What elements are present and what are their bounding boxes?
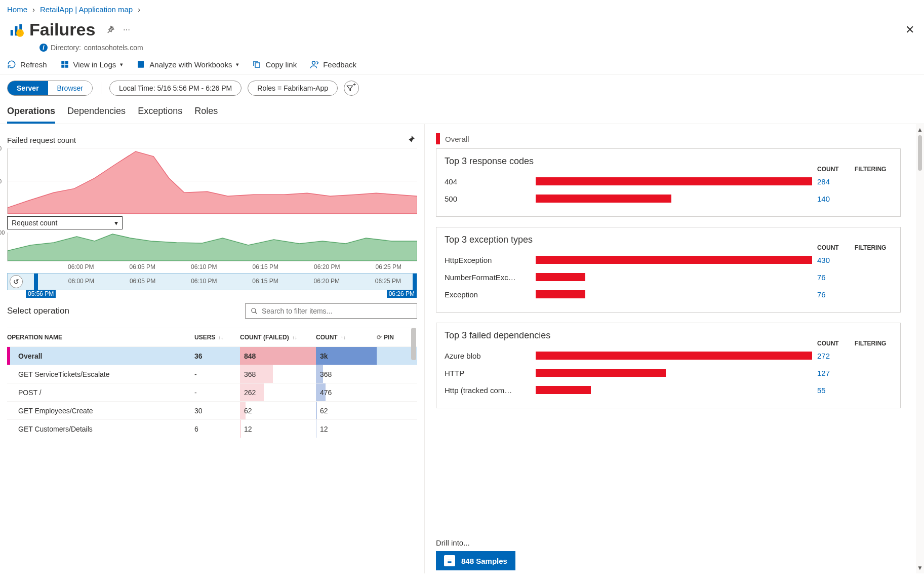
svg-rect-7 [61,65,64,68]
table-row[interactable]: GET Employees/Create306262 [7,401,417,419]
svg-rect-5 [61,61,64,64]
card-row[interactable]: Http (tracked com…55 [445,381,892,399]
row-users: 30 [194,407,240,415]
server-tab[interactable]: Server [8,81,48,95]
overall-label: Overall [445,135,469,143]
col-users[interactable]: USERS↑↓ [194,334,240,341]
row-count-link[interactable]: 140 [817,195,830,203]
row-failed: 262 [240,383,316,401]
table-row[interactable]: Overall368483k [7,346,417,365]
pin-icon[interactable] [104,24,116,36]
brush-start-label: 05:56 PM [26,290,56,298]
row-name: Overall [7,352,194,360]
summary-card: Top 3 exception typesCOUNTFILTERINGHttpE… [436,227,901,313]
time-range-pill[interactable]: Local Time: 5/16 5:56 PM - 6:26 PM [109,81,242,96]
svg-point-11 [312,61,315,64]
breadcrumb-app[interactable]: RetailApp | Application map [40,5,133,14]
count-header: COUNT [817,340,855,347]
server-browser-toggle[interactable]: Server Browser [7,81,93,96]
row-count-link[interactable]: 55 [817,386,826,395]
tab-dependencies[interactable]: Dependencies [67,106,126,124]
svg-point-14 [252,308,256,313]
row-name: POST / [7,389,194,397]
row-users: - [194,370,240,378]
col-failed[interactable]: COUNT (FAILED)↑↓ [240,334,316,341]
more-icon[interactable]: ⋯ [120,24,133,36]
select-operation-title: Select operation [7,306,69,316]
view-in-logs-button[interactable]: View in Logs▾ [60,60,124,69]
svg-rect-10 [255,63,260,67]
row-count-link[interactable]: 76 [817,290,826,299]
tab-roles[interactable]: Roles [194,106,218,124]
svg-rect-9 [138,61,144,68]
table-scrollbar[interactable] [410,328,416,438]
tab-exceptions[interactable]: Exceptions [138,106,182,124]
col-count[interactable]: COUNT↑↓ [316,334,377,341]
row-users: - [194,389,240,397]
row-count: 62 [316,402,377,419]
brush-start-handle[interactable] [34,274,38,290]
filter-icon[interactable]: + [344,81,359,96]
history-icon[interactable]: ↺ [10,275,23,288]
card-row[interactable]: NumberFormatExc…76 [445,268,892,286]
main-scrollbar[interactable]: ▲ ▼ [916,124,924,573]
row-count-link[interactable]: 272 [817,352,830,360]
feedback-button[interactable]: Feedback [310,60,356,69]
table-row[interactable]: POST /-262476 [7,383,417,401]
directory-value: contosohotels.com [84,44,143,52]
row-label: Http (tracked com… [445,386,536,395]
card-row[interactable]: HTTP127 [445,364,892,381]
row-failed: 12 [240,420,316,438]
time-brush[interactable]: ↺ 06:00 PM 06:05 PM 06:10 PM 06:15 PM 06… [7,273,417,290]
close-icon[interactable]: ✕ [903,23,917,37]
row-failed: 62 [240,402,316,419]
card-title: Top 3 exception types [445,235,533,245]
pin-chart-icon[interactable] [404,133,417,146]
analyze-workbooks-button[interactable]: Analyze with Workbooks▾ [136,60,239,69]
card-row[interactable]: Azure blob272 [445,347,892,364]
search-input[interactable] [245,303,417,319]
drill-title: Drill into... [436,538,901,547]
col-pin[interactable]: ⟳PIN [377,334,402,341]
table-row[interactable]: GET ServiceTickets/Escalate-368368 [7,365,417,383]
col-operation-name[interactable]: OPERATION NAME [7,334,194,341]
card-row[interactable]: Exception76 [445,286,892,303]
row-count-link[interactable]: 76 [817,273,826,282]
failures-icon: ! [7,21,25,39]
breadcrumb-home[interactable]: Home [7,5,27,14]
refresh-button[interactable]: Refresh [7,60,47,69]
row-label: Azure blob [445,352,536,360]
filtering-header: FILTERING [855,166,892,173]
card-row[interactable]: 404284 [445,173,892,190]
row-count-link[interactable]: 127 [817,369,830,377]
row-count: 3k [316,347,377,365]
page-title: Failures [29,20,95,40]
count-header: COUNT [817,166,855,173]
roles-filter-pill[interactable]: Roles = Fabrikam-App [248,81,338,96]
search-icon [251,307,258,315]
metric-select[interactable]: Request count ▾ [7,216,123,229]
chart-title: Failed request count [7,136,76,144]
chevron-down-icon: ▾ [114,219,118,227]
row-count-link[interactable]: 430 [817,256,830,264]
failed-request-chart[interactable]: 40 20 0 [7,148,417,214]
card-row[interactable]: 500140 [445,190,892,207]
row-name: GET Employees/Create [7,407,194,415]
browser-tab[interactable]: Browser [48,81,92,95]
filtering-header: FILTERING [855,244,892,251]
row-count-link[interactable]: 284 [817,177,830,186]
summary-card: Top 3 response codesCOUNTFILTERING404284… [436,148,901,217]
chevron-right-icon: › [32,5,35,14]
copy-link-button[interactable]: Copy link [252,60,297,69]
brush-end-handle[interactable] [413,274,417,290]
row-label: HttpException [445,256,536,264]
drill-samples-button[interactable]: ≡ 848 Samples [436,551,515,570]
row-name: GET ServiceTickets/Escalate [7,370,194,378]
row-count: 368 [316,365,377,383]
row-name: GET Customers/Details [7,425,194,433]
card-row[interactable]: HttpException430 [445,251,892,268]
table-row[interactable]: GET Customers/Details61212 [7,419,417,438]
tab-operations[interactable]: Operations [7,106,55,124]
search-field[interactable] [262,307,412,315]
request-count-chart[interactable]: 100 0 [7,233,417,261]
